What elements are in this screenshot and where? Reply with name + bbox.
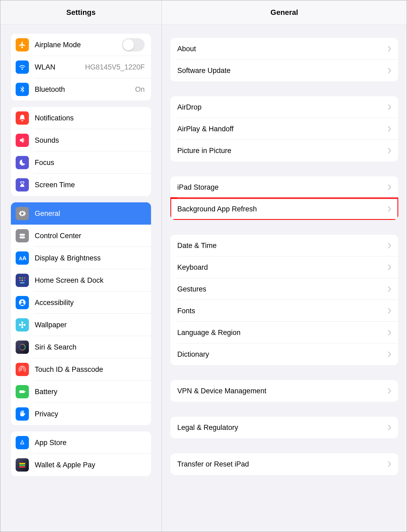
svg-rect-17 [19,390,25,393]
sidebar-item-wallet[interactable]: Wallet & Apple Pay [11,454,151,476]
item-label: Transfer or Reset iPad [177,460,249,468]
svg-rect-19 [19,463,25,464]
detail-text: On [131,85,145,94]
sidebar-item-siri[interactable]: Siri & Search [11,336,151,358]
detail-item-datetime[interactable]: Date & Time [170,235,398,256]
toggle-switch[interactable] [122,38,145,51]
item-label: Privacy [35,410,58,418]
item-label: General [35,210,60,218]
bell-icon [16,111,29,125]
sidebar-item-controlcenter[interactable]: Control Center [11,225,151,247]
speaker-icon [16,134,29,147]
sidebar-item-general[interactable]: General [11,202,151,225]
chevron-right-icon [388,286,391,292]
flower-icon [16,318,29,332]
sidebar-item-bluetooth[interactable]: BluetoothOn [11,78,151,101]
hourglass-icon [16,178,29,191]
detail-item-airplay[interactable]: AirPlay & Handoff [170,118,398,140]
settings-sidebar: Settings Airplane ModeWLANHG8145V5_1220F… [0,0,162,532]
svg-rect-8 [20,282,25,284]
fingerprint-icon [16,363,29,376]
item-label: Accessibility [35,299,74,307]
chevron-right-icon [388,104,391,110]
sidebar-item-screentime[interactable]: Screen Time [11,174,151,196]
item-label: AirDrop [177,103,202,111]
chevron-right-icon [388,264,391,271]
sidebar-item-privacy[interactable]: Privacy [11,403,151,425]
sidebar-item-accessibility[interactable]: Accessibility [11,291,151,314]
detail-item-about[interactable]: About [170,38,398,60]
item-label: VPN & Device Management [177,387,266,395]
detail-item-bg-refresh[interactable]: Background App Refresh [170,198,398,220]
sidebar-group: Airplane ModeWLANHG8145V5_1220FBluetooth… [11,34,151,101]
chevron-right-icon [388,67,391,74]
detail-group: Date & TimeKeyboardGesturesFontsLanguage… [170,235,398,365]
item-label: Legal & Regulatory [177,424,238,432]
sidebar-group: GeneralControl CenterAADisplay & Brightn… [11,202,151,425]
chevron-right-icon [388,242,391,249]
svg-point-12 [21,322,23,324]
item-label: Picture in Picture [177,147,231,155]
sidebar-item-battery[interactable]: Battery [11,381,151,403]
detail-item-storage[interactable]: iPad Storage [170,176,398,198]
svg-rect-4 [24,277,25,279]
siri-icon [16,341,29,354]
detail-item-gestures[interactable]: Gestures [170,278,398,300]
detail-item-fonts[interactable]: Fonts [170,300,398,322]
sidebar-title: Settings [0,0,162,25]
detail-group: iPad StorageBackground App Refresh [170,176,398,220]
detail-item-keyboard[interactable]: Keyboard [170,256,398,278]
textsize-icon: AA [16,251,29,265]
detail-item-software-update[interactable]: Software Update [170,60,398,81]
chevron-right-icon [388,351,391,357]
item-label: Bluetooth [35,85,65,94]
sidebar-item-airplane[interactable]: Airplane Mode [11,34,151,56]
detail-group: AboutSoftware Update [170,38,398,81]
detail-item-dictionary[interactable]: Dictionary [170,343,398,365]
bluetooth-icon [16,83,29,96]
sidebar-item-focus[interactable]: Focus [11,151,151,174]
item-label: Wallet & Apple Pay [35,461,95,469]
sidebar-item-appstore[interactable]: App Store [11,431,151,454]
sidebar-item-wallpaper[interactable]: Wallpaper [11,314,151,336]
item-label: Keyboard [177,263,208,272]
person-icon [16,296,29,309]
chevron-right-icon [388,461,391,467]
detail-item-language[interactable]: Language & Region [170,322,398,343]
wifi-icon [16,60,29,74]
apps-icon [16,274,29,287]
svg-rect-3 [22,277,23,279]
svg-rect-20 [19,465,25,466]
svg-point-13 [21,326,23,328]
chevron-right-icon [388,126,391,132]
gear-icon [16,207,29,220]
detail-item-legal[interactable]: Legal & Regulatory [170,417,398,438]
sidebar-item-wlan[interactable]: WLANHG8145V5_1220F [11,56,151,78]
wallet-icon [16,458,29,472]
item-label: Home Screen & Dock [35,276,104,285]
sidebar-group: App StoreWallet & Apple Pay [11,431,151,476]
item-label: Date & Time [177,242,217,250]
svg-rect-5 [19,280,21,281]
detail-item-transfer[interactable]: Transfer or Reset iPad [170,453,398,475]
sidebar-item-touchid[interactable]: Touch ID & Passcode [11,358,151,381]
svg-rect-18 [25,391,26,393]
sidebar-item-sounds[interactable]: Sounds [11,129,151,151]
chevron-right-icon [388,388,391,394]
detail-item-airdrop[interactable]: AirDrop [170,96,398,118]
detail-item-pip[interactable]: Picture in Picture [170,140,398,162]
item-label: About [177,45,196,53]
svg-text:A: A [19,256,23,261]
svg-point-14 [19,324,21,326]
detail-title: General [162,0,407,25]
sidebar-item-notifications[interactable]: Notifications [11,107,151,129]
item-label: Software Update [177,67,231,75]
switches-icon [16,229,29,242]
sidebar-item-homescreen[interactable]: Home Screen & Dock [11,269,151,291]
sidebar-item-display[interactable]: AADisplay & Brightness [11,247,151,269]
svg-text:A: A [22,255,26,261]
chevron-right-icon [388,329,391,336]
item-label: Focus [35,159,54,167]
detail-item-vpn[interactable]: VPN & Device Management [170,380,398,402]
chevron-right-icon [388,424,391,431]
